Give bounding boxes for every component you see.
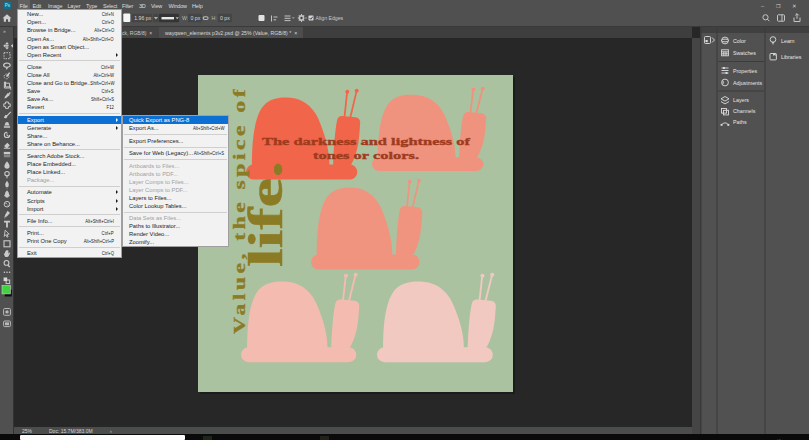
svg-text:Adjustments: Adjustments: [733, 80, 762, 86]
svg-text:Swatches: Swatches: [733, 50, 756, 56]
svg-text:Color: Color: [733, 38, 746, 44]
svg-text:Channels: Channels: [733, 108, 756, 114]
svg-text:1.96 px: 1.96 px: [134, 15, 151, 21]
svg-text:Libraries: Libraries: [781, 54, 802, 60]
svg-text:The darkness and lightness of: The darkness and lightness of: [262, 135, 470, 147]
svg-text:Properties: Properties: [733, 68, 757, 74]
svg-text:0 px: 0 px: [191, 15, 201, 21]
svg-text:Layers: Layers: [733, 97, 749, 103]
svg-text:H:: H:: [212, 15, 217, 21]
svg-text:W:: W:: [182, 15, 188, 21]
svg-text:life.: life.: [239, 161, 292, 267]
svg-text:Paths: Paths: [733, 119, 747, 125]
svg-text:»: »: [3, 28, 6, 34]
svg-text:Learn: Learn: [781, 38, 795, 44]
svg-text:Align Edges: Align Edges: [316, 15, 344, 21]
svg-text:0 px: 0 px: [220, 15, 230, 21]
svg-text:tones or colors.: tones or colors.: [313, 149, 419, 161]
